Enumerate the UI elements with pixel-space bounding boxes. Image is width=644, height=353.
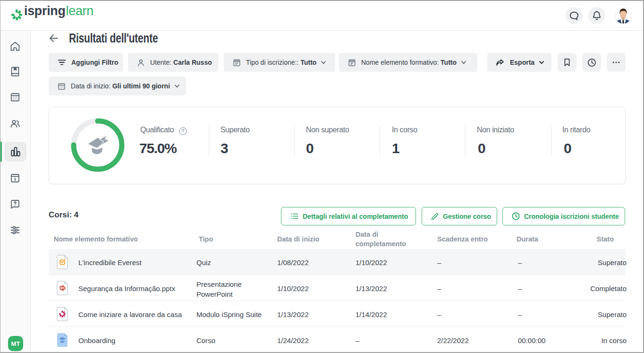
svg-text:P: P	[61, 286, 64, 291]
